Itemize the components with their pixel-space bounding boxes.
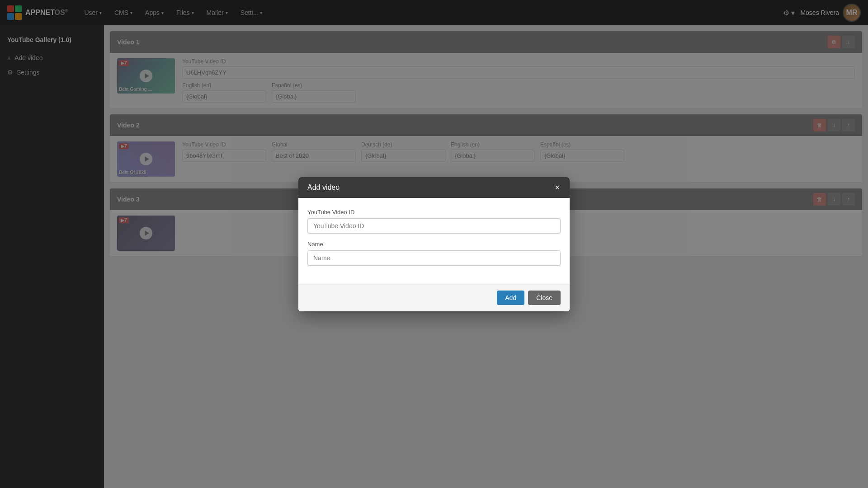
modal-header: Add video × (298, 177, 570, 198)
add-button[interactable]: Add (497, 291, 524, 305)
modal-footer: Add Close (298, 284, 570, 311)
name-label: Name (307, 241, 561, 248)
youtube-id-label: YouTube Video ID (307, 209, 561, 216)
modal-overlay: Add video × YouTube Video ID Name Add Cl… (0, 0, 868, 488)
modal-close-button[interactable]: × (554, 183, 561, 192)
name-form-group: Name (307, 241, 561, 266)
name-field[interactable] (307, 250, 561, 266)
youtube-id-field[interactable] (307, 218, 561, 234)
modal-body: YouTube Video ID Name (298, 198, 570, 284)
modal-title: Add video (307, 183, 340, 192)
close-button[interactable]: Close (528, 291, 561, 305)
youtube-id-form-group: YouTube Video ID (307, 209, 561, 234)
add-video-modal: Add video × YouTube Video ID Name Add Cl… (298, 177, 570, 311)
